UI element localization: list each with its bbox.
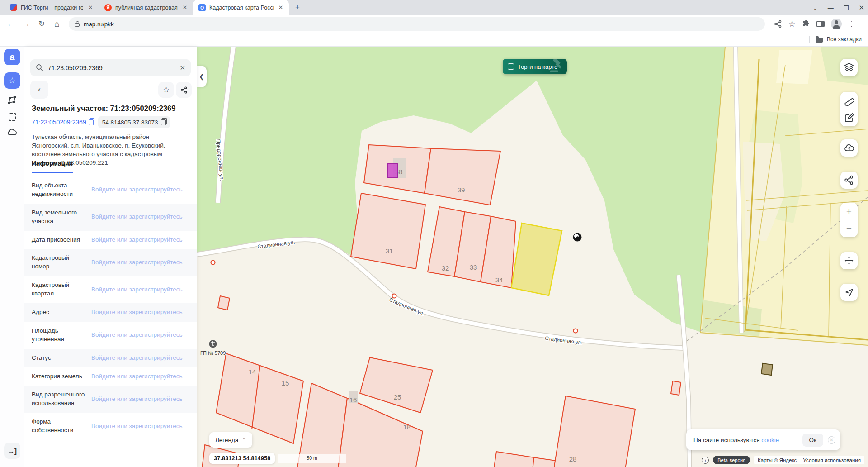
share-map-button[interactable] [840,172,858,189]
parcel-28[interactable] [553,396,635,467]
parcel-sidebar: ✕ ‹ ☆ Земельный участок: 71:23:050209:23… [24,47,197,467]
point-feature[interactable] [574,329,578,333]
locate-button[interactable] [840,284,858,301]
tab-close-icon[interactable]: ✕ [87,4,94,11]
login-link[interactable]: Войдите или зарегистрируйтесь [91,422,189,431]
new-tab-button[interactable]: + [292,2,303,14]
cadastral-number-link[interactable]: 71:23:050209:2369 [32,119,94,126]
login-link[interactable]: Войдите или зарегистрируйтесь [91,213,189,221]
favorite-parcel-button[interactable]: ☆ [158,82,174,98]
extensions-puzzle-icon[interactable] [802,20,810,29]
tab-cadastral-map-active[interactable]: O Кадастровая карта России ✕ [193,0,289,15]
window-menu-icon[interactable]: ⌄ [813,5,818,11]
sidebar-collapse-button[interactable]: ❮ [197,66,207,87]
search-box[interactable]: ✕ [30,59,191,76]
layers-button[interactable] [840,59,858,76]
tab-close-icon[interactable]: ✕ [277,4,284,11]
zoom-group: + − [840,203,858,237]
ruler-button[interactable] [840,92,858,109]
address-bar[interactable]: map.ru/pkk [69,17,765,31]
scale-label: 50 m [307,455,317,461]
window-restore-icon[interactable]: ❐ [844,5,849,11]
parcel-tiny-east[interactable] [671,381,681,395]
checkbox-icon[interactable] [508,63,514,70]
map-canvas[interactable]: 38 39 31 32 33 34 14 15 16 25 18 28 Прид… [197,47,868,467]
parcel-number: 16 [349,396,357,404]
legend-button[interactable]: Легенда ⌃ [209,432,252,448]
url-text: map.ru/pkk [84,21,114,28]
bookmark-star-icon[interactable]: ☆ [788,19,795,29]
forward-button[interactable]: → [20,18,33,30]
scale-bar: 50 m [278,454,346,463]
map-attribution: i Beta-версия Карты © Яндекс Условия исп… [702,456,864,464]
terms-link[interactable]: Условия использования [803,457,861,463]
side-panel-icon[interactable] [816,21,825,27]
login-link[interactable]: Войдите или зарегистрируйтесь [91,236,189,244]
polygon-tool-button[interactable] [4,92,20,108]
info-row: Вид разрешенного использованияВойдите ил… [24,386,197,413]
tab-gis-torgi[interactable]: ГИС Торги – продажи госуд ✕ [5,0,99,15]
login-link[interactable]: Войдите или зарегистрируйтесь [91,372,189,381]
login-link[interactable]: Войдите или зарегистрируйтесь [91,258,189,267]
window-minimize-icon[interactable]: — [828,5,834,11]
tab-close-icon[interactable]: ✕ [181,4,189,11]
tab-public-cadastral[interactable]: Я публичная кадастровая кар ✕ [99,0,193,15]
all-bookmarks-button[interactable]: Все закладки [827,36,862,43]
login-link[interactable]: Войдите или зарегистрируйтесь [91,354,189,362]
info-row: Вид объекта недвижимостиВойдите или заре… [24,176,197,204]
copy-icon[interactable] [161,119,166,125]
torgi-map-button[interactable]: Торги на карте [503,59,567,74]
pan-button[interactable] [840,252,858,269]
window-close-icon[interactable]: ✕ [859,4,864,12]
clear-search-icon[interactable]: ✕ [179,64,185,72]
parcel-title: Земельный участок: 71:23:050209:2369 [32,104,190,113]
copy-icon[interactable] [89,119,94,125]
point-feature[interactable] [392,294,396,298]
login-link[interactable]: Войдите или зарегистрируйтесь [91,286,189,294]
login-exit-button[interactable]: →] [4,443,20,459]
cookie-close-icon[interactable]: ✕ [828,436,835,444]
app-logo[interactable]: a [4,49,20,65]
building-purple[interactable] [388,163,398,177]
upload-button[interactable] [840,139,858,157]
parcel-tiny-west[interactable] [218,296,230,310]
point-feature[interactable] [211,261,215,265]
parcel-number: 14 [249,368,256,376]
login-link[interactable]: Войдите или зарегистрируйтесь [91,395,189,404]
login-link[interactable]: Войдите или зарегистрируйтесь [91,308,189,317]
ruler-icon [844,95,854,106]
share-parcel-button[interactable] [176,82,192,98]
parcel-31[interactable] [351,193,425,269]
info-row: АдресВойдите или зарегистрируйтесь [24,303,197,322]
gis-torgi-favicon-icon [10,4,17,11]
select-area-button[interactable] [4,109,20,125]
search-icon [36,64,43,71]
cursor-icon [573,233,582,242]
info-icon[interactable]: i [702,457,709,464]
login-link[interactable]: Войдите или зарегистрируйтесь [91,186,189,194]
layers-icon [844,62,854,73]
beta-badge: Beta-версия [713,456,750,464]
tab-title: ГИС Торги – продажи госуд [21,5,83,11]
left-icon-rail: a ☆ →] [0,47,24,467]
login-link[interactable]: Войдите или зарегистрируйтесь [91,331,189,339]
map-area[interactable]: 38 39 31 32 33 34 14 15 16 25 18 28 Прид… [197,47,868,467]
reload-button[interactable]: ↻ [35,18,48,30]
coordinates-chip[interactable]: 54.814805 37.83073 [98,116,170,128]
favorites-button[interactable]: ☆ [4,72,20,89]
browser-menu-icon[interactable]: ⋮ [848,20,855,28]
zoom-out-button[interactable]: − [840,220,858,237]
share-icon[interactable] [774,20,782,28]
cookie-ok-button[interactable]: Ок [802,434,823,447]
home-button[interactable]: ⌂ [51,18,63,30]
cloud-button[interactable] [4,124,20,141]
cookie-link[interactable]: cookie [761,437,779,443]
gp-label: ГП № 5709 [200,350,226,356]
profile-avatar[interactable] [831,19,842,29]
back-button[interactable]: ← [5,18,17,30]
zoom-in-button[interactable]: + [840,203,858,220]
tab-information[interactable]: Информация [32,160,73,173]
edit-button[interactable] [840,109,858,126]
search-input[interactable] [48,64,175,71]
back-button-sidebar[interactable]: ‹ [30,81,48,99]
